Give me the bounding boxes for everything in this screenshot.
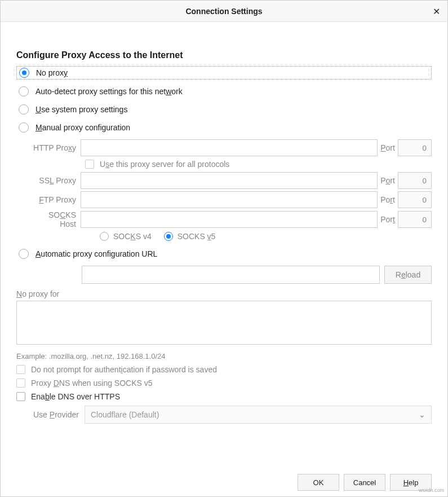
radio-label: Use system proxy settings	[36, 105, 127, 114]
socks-host-label: SOCKS Host	[32, 210, 81, 228]
ssl-port-input[interactable]	[398, 172, 432, 189]
chevron-down-icon: ⌄	[419, 410, 425, 419]
radio-label: Manual proxy configuration	[36, 123, 130, 132]
radio-icon	[19, 68, 29, 78]
checkbox-icon	[16, 392, 25, 401]
http-proxy-input[interactable]	[81, 139, 378, 156]
radio-label: Auto-detect proxy settings for this netw…	[36, 87, 183, 96]
checkbox-icon	[16, 379, 25, 388]
cancel-button[interactable]: Cancel	[344, 474, 385, 491]
provider-select[interactable]: Cloudflare (Default) ⌄	[85, 406, 432, 424]
radio-icon	[19, 122, 29, 133]
auto-config-url-input[interactable]	[82, 266, 380, 284]
enable-doh-check[interactable]: Enable DNS over HTTPS	[16, 392, 432, 401]
radio-socks-v4[interactable]: SOCKS v4	[100, 232, 152, 241]
socks-host-row: SOCKS Host Port	[32, 210, 432, 228]
http-proxy-label: HTTP Proxy	[32, 143, 81, 152]
radio-label: SOCKS v5	[178, 232, 216, 241]
manual-proxy-grid: HTTP Proxy Port Use this proxy server fo…	[32, 139, 432, 241]
checkbox-label: Do not prompt for authentication if pass…	[31, 365, 217, 374]
use-all-protocols-check[interactable]: Use this proxy server for all protocols	[85, 160, 432, 169]
socks-version-row: SOCKS v4 SOCKS v5	[100, 232, 432, 241]
radio-icon	[19, 104, 29, 115]
radio-icon	[100, 232, 109, 241]
close-icon: ✕	[433, 6, 440, 17]
section-title: Configure Proxy Access to the Internet	[16, 50, 432, 60]
ftp-proxy-input[interactable]	[81, 191, 378, 208]
checkbox-label: Use this proxy server for all protocols	[100, 160, 229, 169]
dialog-footer: OK Cancel Help	[298, 474, 432, 491]
radio-icon	[19, 249, 29, 259]
checkbox-icon	[16, 365, 25, 374]
provider-value: Cloudflare (Default)	[91, 410, 159, 419]
ssl-proxy-label: SSL Proxy	[32, 176, 81, 185]
radio-auto-config-url[interactable]: Automatic proxy configuration URL	[16, 248, 432, 260]
checkbox-icon	[85, 160, 94, 169]
radio-label: SOCKS v4	[113, 232, 152, 241]
http-proxy-row: HTTP Proxy Port	[32, 139, 432, 156]
radio-label: No proxy	[36, 68, 68, 77]
no-proxy-for-label: No proxy for	[16, 289, 432, 298]
dialog-title: Connection Settings	[185, 7, 262, 16]
radio-use-system[interactable]: Use system proxy settings	[16, 103, 432, 116]
provider-row: Use Provider Cloudflare (Default) ⌄	[33, 406, 432, 424]
checkbox-label: Enable DNS over HTTPS	[31, 392, 120, 401]
radio-label: Automatic proxy configuration URL	[36, 249, 157, 258]
ssl-proxy-input[interactable]	[81, 172, 378, 189]
radio-no-proxy[interactable]: No proxy	[16, 66, 432, 80]
example-text: Example: .mozilla.org, .net.nz, 192.168.…	[16, 352, 432, 360]
use-provider-label: Use Provider	[33, 410, 79, 419]
port-label: Port	[378, 176, 398, 185]
socks-port-input[interactable]	[398, 211, 432, 228]
proxy-dns-check[interactable]: Proxy DNS when using SOCKS v5	[16, 379, 432, 388]
content-pane: Configure Proxy Access to the Internet N…	[1, 22, 447, 424]
reload-button[interactable]: Reload	[384, 266, 432, 284]
radio-auto-detect[interactable]: Auto-detect proxy settings for this netw…	[16, 85, 432, 98]
http-port-input[interactable]	[398, 139, 432, 156]
ok-button[interactable]: OK	[298, 474, 339, 491]
radio-icon	[19, 86, 29, 96]
port-label: Port	[378, 215, 398, 224]
auto-url-row: Reload	[82, 266, 432, 284]
watermark-text: wsxdn.com	[419, 487, 444, 493]
socks-host-input[interactable]	[81, 211, 378, 228]
radio-socks-v5[interactable]: SOCKS v5	[164, 232, 216, 241]
ftp-proxy-row: FTP Proxy Port	[32, 191, 432, 208]
checkbox-label: Proxy DNS when using SOCKS v5	[31, 379, 153, 388]
radio-icon	[164, 232, 173, 241]
ftp-port-input[interactable]	[398, 191, 432, 208]
port-label: Port	[378, 195, 398, 204]
titlebar: Connection Settings ✕	[1, 1, 447, 22]
close-button[interactable]: ✕	[425, 1, 447, 22]
no-auth-prompt-check[interactable]: Do not prompt for authentication if pass…	[16, 365, 432, 374]
no-proxy-for-textarea[interactable]	[16, 301, 432, 345]
port-label: Port	[378, 143, 398, 152]
ftp-proxy-label: FTP Proxy	[32, 195, 81, 204]
radio-manual[interactable]: Manual proxy configuration	[16, 121, 432, 134]
ssl-proxy-row: SSL Proxy Port	[32, 172, 432, 189]
